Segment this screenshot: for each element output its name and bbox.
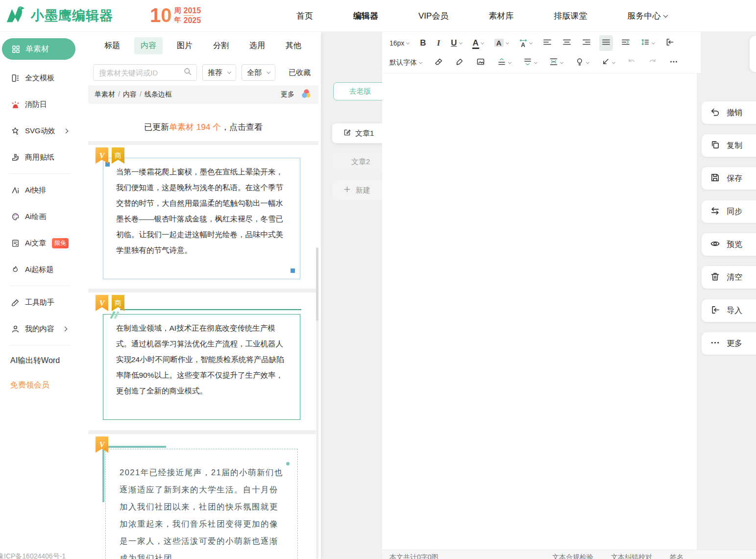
- format-painter-button[interactable]: [453, 55, 466, 71]
- material-card[interactable]: 当第一缕霜花爬上窗棂，墨色在宣纸上晕染开来，我们便知道，这是晚秋与浅冬的私语。在…: [103, 158, 300, 279]
- materials-tabs: 标题内容图片分割选用其他: [88, 32, 318, 60]
- action-清空[interactable]: 清空: [702, 266, 756, 289]
- bg-color-button[interactable]: A: [492, 35, 511, 51]
- nav-item-VIP会员[interactable]: VIP会员: [418, 10, 448, 22]
- nav-item-排版课堂[interactable]: 排版课堂: [554, 10, 587, 22]
- sidebar-item-stickers[interactable]: 商用贴纸: [0, 144, 77, 170]
- sidebar-item-svg-anim[interactable]: sSVG动效: [0, 118, 77, 144]
- update-notice[interactable]: 已更新单素材 194 个，点击查看: [88, 113, 318, 141]
- materials-scrollbar[interactable]: [316, 247, 318, 559]
- more-link[interactable]: 更多: [281, 90, 294, 99]
- material-item[interactable]: V商在制造业领域，AI技术正在彻底改变传统生产模式。通过机器学习算法优化生产流程…: [88, 292, 318, 430]
- color-palette-icon[interactable]: [300, 88, 312, 101]
- nav-item-服务中心[interactable]: 服务中心: [627, 10, 667, 22]
- align-right-button[interactable]: [580, 35, 593, 51]
- sidebar-item-my-content[interactable]: 我的内容: [0, 316, 77, 342]
- sidebar-item-ai-draw[interactable]: Ai绘画: [0, 203, 77, 230]
- sidebar-link-free-vip[interactable]: 免费领会员: [0, 373, 77, 397]
- editor-canvas[interactable]: [382, 73, 697, 550]
- doc-tab-文章2[interactable]: 文章2: [332, 152, 387, 171]
- tab-选用[interactable]: 选用: [243, 37, 271, 54]
- font-family-button[interactable]: 默认字体: [387, 55, 424, 71]
- sidebar-item-ai-kuaipai[interactable]: Ai快排: [0, 177, 77, 203]
- article-icon: [10, 238, 20, 248]
- sidebar-item-ai-article[interactable]: Ai文章限免: [0, 230, 77, 256]
- bold-button[interactable]: B: [417, 35, 428, 51]
- align-left-button[interactable]: [540, 35, 554, 51]
- action-同步[interactable]: 同步: [702, 200, 756, 223]
- line-height-button[interactable]: [638, 35, 657, 51]
- letter-spacing-button[interactable]: A: [517, 35, 535, 51]
- margin-button[interactable]: [547, 55, 565, 71]
- tab-标题[interactable]: 标题: [98, 37, 126, 54]
- siren-icon: [10, 99, 20, 109]
- anniversary-years: 2015 2025: [184, 6, 201, 24]
- collapsed-side-tab[interactable]: [750, 36, 756, 72]
- tab-内容[interactable]: 内容: [134, 37, 163, 54]
- tab-其他[interactable]: 其他: [279, 37, 308, 54]
- indent-button[interactable]: [619, 35, 633, 51]
- favorites-link[interactable]: 已收藏: [289, 68, 311, 77]
- align-justify-button[interactable]: [599, 35, 613, 51]
- commercial-ribbon-icon: 商: [112, 147, 124, 164]
- doc-tab-文章1[interactable]: 文章1: [332, 123, 387, 143]
- search-icon[interactable]: [183, 67, 192, 78]
- eraser-button[interactable]: [432, 55, 445, 71]
- sidebar-item-single-material[interactable]: 单素材: [2, 38, 75, 60]
- legacy-version-button[interactable]: 去老版: [333, 82, 387, 100]
- font-size-button[interactable]: 16px: [387, 35, 412, 51]
- statusbar-tool[interactable]: 文本合规检验: [552, 554, 593, 559]
- statusbar-tool[interactable]: 签名: [670, 554, 683, 559]
- line-height-icon: [641, 38, 650, 49]
- breadcrumb-segment[interactable]: 内容: [123, 90, 137, 98]
- action-导入[interactable]: 导入: [702, 299, 756, 322]
- selection-handle[interactable]: [291, 268, 295, 273]
- sidebar-item-full-template[interactable]: 全文模板: [0, 65, 77, 91]
- filter-dropdown-全部[interactable]: 全部: [242, 64, 275, 81]
- nav-item-首页[interactable]: 首页: [296, 10, 313, 22]
- action-保存[interactable]: 保存: [702, 167, 756, 190]
- action-撤销[interactable]: 撤销: [702, 101, 756, 124]
- nav-item-素材库[interactable]: 素材库: [488, 10, 513, 22]
- action-label: 保存: [727, 173, 742, 184]
- sidebar-item-ai-title[interactable]: Ai起标题: [0, 256, 77, 283]
- material-item[interactable]: V2021年已经接近尾声，21届的小萌新们也逐渐适应了新到来的大学生活。自十月份…: [88, 434, 318, 559]
- action-更多[interactable]: 更多: [702, 332, 756, 355]
- sidebar-item-fire-day[interactable]: 消防日: [0, 91, 77, 118]
- sidebar-item-label: 单素材: [25, 44, 49, 54]
- italic-button[interactable]: I: [435, 35, 443, 51]
- image-button[interactable]: [474, 55, 488, 71]
- material-search[interactable]: [93, 64, 197, 81]
- search-input[interactable]: [99, 69, 183, 77]
- align-center-button[interactable]: [560, 35, 574, 51]
- chevron-right-icon: [63, 128, 68, 133]
- space-below-button[interactable]: [521, 55, 539, 71]
- font-color-button[interactable]: A: [470, 35, 486, 51]
- nav-item-label: 编辑器: [353, 10, 378, 22]
- vip-ribbon-icon: V: [96, 437, 108, 453]
- material-card[interactable]: 2021年已经接近尾声，21届的小萌新们也逐渐适应了新到来的大学生活。自十月份加…: [105, 449, 298, 559]
- action-复制[interactable]: 复制: [702, 134, 756, 157]
- action-预览[interactable]: 预览: [702, 233, 756, 256]
- app-logo[interactable]: 小墨鹰编辑器: [4, 4, 113, 27]
- star-icon: s: [10, 126, 20, 136]
- tab-分割[interactable]: 分割: [207, 37, 235, 54]
- insert-outdent-button[interactable]: [663, 35, 677, 51]
- nav-item-label: 排版课堂: [554, 10, 587, 22]
- tab-图片[interactable]: 图片: [171, 37, 199, 54]
- material-item[interactable]: V商当第一缕霜花爬上窗棂，墨色在宣纸上晕染开来，我们便知道，这是晚秋与浅冬的私语…: [88, 145, 318, 289]
- breadcrumb-segment[interactable]: 线条边框: [145, 90, 172, 98]
- space-above-button[interactable]: [495, 55, 513, 71]
- lamp-button[interactable]: [573, 55, 591, 71]
- sidebar-link-ai-to-word[interactable]: AI输出转Word: [0, 348, 77, 373]
- breadcrumb-segment[interactable]: 单素材: [95, 90, 115, 98]
- nav-item-编辑器[interactable]: 编辑器: [353, 10, 378, 22]
- statusbar-tool[interactable]: 文本纠错校对: [611, 554, 652, 559]
- underline-button[interactable]: U: [448, 35, 464, 51]
- diagonal-arrow-button[interactable]: [599, 55, 617, 71]
- filter-dropdown-推荐[interactable]: 推荐: [202, 64, 236, 81]
- sidebar-item-tool-helper[interactable]: 工具助手: [0, 289, 77, 316]
- new-document-button[interactable]: 新建: [332, 180, 387, 200]
- material-card[interactable]: 在制造业领域，AI技术正在彻底改变传统生产模式。通过机器学习算法优化生产流程，工…: [103, 314, 300, 420]
- more-dots-button[interactable]: [667, 55, 681, 71]
